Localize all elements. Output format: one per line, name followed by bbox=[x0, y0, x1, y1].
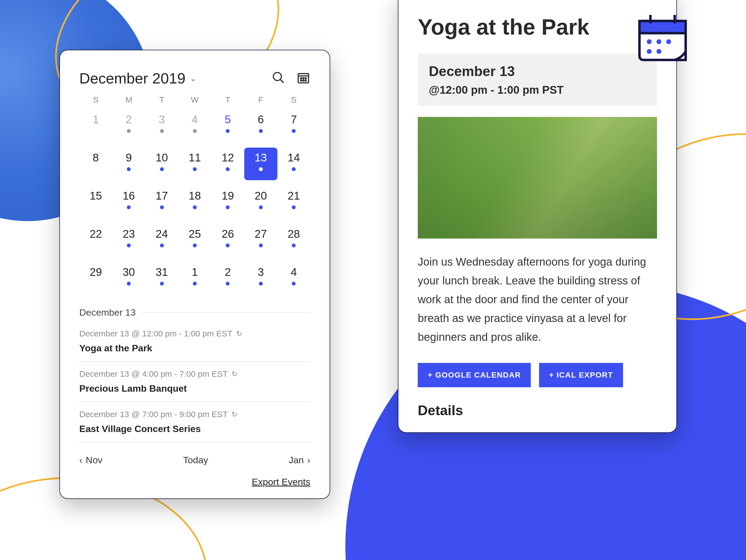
calendar-day[interactable]: 30 bbox=[112, 262, 145, 295]
calendar-day[interactable]: 1 bbox=[79, 109, 112, 142]
svg-point-9 bbox=[305, 80, 306, 81]
svg-point-15 bbox=[657, 39, 661, 44]
event-dot bbox=[226, 244, 230, 247]
calendar-day[interactable]: 11 bbox=[178, 148, 211, 180]
month-picker[interactable]: December 2019 ⌄ bbox=[79, 69, 196, 87]
today-link[interactable]: Today bbox=[183, 455, 208, 466]
event-dot bbox=[160, 282, 164, 285]
calendar-day[interactable]: 31 bbox=[145, 262, 178, 295]
ical-export-button[interactable]: + ICAL EXPORT bbox=[539, 363, 623, 387]
calendar-day[interactable]: 9 bbox=[112, 148, 145, 180]
event-dot bbox=[127, 244, 131, 247]
day-number: 30 bbox=[123, 266, 135, 278]
google-calendar-button[interactable]: + GOOGLE CALENDAR bbox=[418, 363, 531, 387]
event-item[interactable]: December 13 @ 7:00 pm - 9:00 pm EST↻East… bbox=[79, 402, 310, 442]
event-dot bbox=[193, 244, 197, 247]
calendar-day[interactable]: 2 bbox=[211, 262, 244, 295]
calendar-day[interactable]: 23 bbox=[112, 224, 145, 256]
calendar-day[interactable]: 27 bbox=[244, 224, 277, 256]
next-month-label: Jan bbox=[289, 455, 304, 466]
weekday-header: SMTWTFS bbox=[79, 95, 310, 105]
calendar-day[interactable]: 24 bbox=[145, 224, 178, 256]
calendar-day[interactable]: 18 bbox=[178, 186, 211, 218]
calendar-day[interactable]: 6 bbox=[244, 109, 277, 142]
day-number: 11 bbox=[189, 151, 201, 164]
calendar-day[interactable]: 10 bbox=[145, 148, 178, 180]
calendar-day[interactable]: 15 bbox=[79, 186, 112, 218]
repeat-icon: ↻ bbox=[236, 330, 242, 338]
next-month[interactable]: Jan › bbox=[289, 455, 310, 466]
today-button[interactable] bbox=[296, 71, 310, 86]
calendar-day[interactable]: 29 bbox=[79, 262, 112, 295]
svg-point-8 bbox=[303, 80, 304, 81]
day-number: 31 bbox=[155, 266, 168, 278]
calendar-day[interactable]: 26 bbox=[211, 224, 244, 256]
calendar-day[interactable]: 21 bbox=[278, 186, 310, 218]
day-number: 4 bbox=[291, 266, 297, 278]
event-dot bbox=[292, 282, 296, 285]
calendar-day[interactable]: 17 bbox=[145, 186, 178, 218]
repeat-icon: ↻ bbox=[232, 410, 238, 419]
calendar-day[interactable]: 28 bbox=[278, 224, 310, 256]
day-number: 14 bbox=[288, 151, 300, 164]
day-number: 18 bbox=[189, 190, 201, 202]
event-dot bbox=[259, 205, 263, 209]
event-dot bbox=[193, 205, 197, 209]
weekday-label: S bbox=[278, 95, 310, 105]
prev-month[interactable]: ‹ Nov bbox=[79, 455, 103, 466]
chevron-right-icon: › bbox=[307, 455, 310, 466]
day-number: 8 bbox=[93, 151, 99, 164]
event-dot bbox=[226, 129, 230, 133]
divider bbox=[141, 312, 310, 313]
prev-month-label: Nov bbox=[86, 455, 102, 466]
calendar-day[interactable]: 8 bbox=[79, 148, 112, 180]
day-number: 4 bbox=[192, 113, 198, 126]
calendar-day[interactable]: 13 bbox=[244, 148, 277, 180]
event-dot bbox=[127, 167, 131, 171]
calendar-day[interactable]: 3 bbox=[145, 109, 178, 142]
calendar-day[interactable]: 3 bbox=[244, 262, 277, 295]
repeat-icon: ↻ bbox=[232, 370, 238, 379]
calendar-doodle-icon bbox=[632, 9, 693, 71]
calendar-grid: 1234567891011121314151617181920212223242… bbox=[79, 109, 310, 295]
day-number: 19 bbox=[222, 190, 234, 202]
calendar-day[interactable]: 4 bbox=[278, 262, 310, 295]
event-dot bbox=[259, 282, 263, 285]
event-item[interactable]: December 13 @ 12:00 pm - 1:00 pm EST↻Yog… bbox=[79, 321, 310, 362]
event-dot bbox=[226, 167, 230, 171]
day-number: 2 bbox=[225, 266, 231, 278]
svg-point-4 bbox=[300, 78, 302, 79]
day-number: 10 bbox=[155, 151, 168, 164]
calendar-day[interactable]: 2 bbox=[112, 109, 145, 142]
day-number: 3 bbox=[258, 266, 264, 278]
event-item[interactable]: December 13 @ 4:00 pm - 7:00 pm EST↻Prec… bbox=[79, 362, 310, 402]
day-number: 22 bbox=[89, 228, 102, 240]
day-number: 1 bbox=[192, 266, 198, 278]
weekday-label: S bbox=[79, 95, 112, 105]
calendar-day[interactable]: 25 bbox=[178, 224, 211, 256]
calendar-day[interactable]: 19 bbox=[211, 186, 244, 218]
event-dot bbox=[160, 244, 164, 247]
day-number: 2 bbox=[126, 113, 132, 126]
calendar-day[interactable]: 22 bbox=[79, 224, 112, 256]
day-number: 5 bbox=[225, 113, 231, 126]
event-list: December 13 December 13 @ 12:00 pm - 1:0… bbox=[79, 307, 310, 442]
event-dot bbox=[193, 129, 197, 133]
export-events-link[interactable]: Export Events bbox=[79, 477, 310, 487]
calendar-day[interactable]: 1 bbox=[178, 262, 211, 295]
event-detail-card: Yoga at the Park December 13 @12:00 pm -… bbox=[398, 0, 677, 433]
day-number: 7 bbox=[291, 113, 297, 126]
calendar-day[interactable]: 14 bbox=[278, 148, 310, 180]
chevron-left-icon: ‹ bbox=[79, 455, 82, 466]
calendar-day[interactable]: 20 bbox=[244, 186, 277, 218]
calendar-day[interactable]: 5 bbox=[211, 109, 244, 142]
calendar-day[interactable]: 16 bbox=[112, 186, 145, 218]
calendar-day[interactable]: 4 bbox=[178, 109, 211, 142]
event-dot bbox=[226, 205, 230, 209]
event-time-label: December 13 @ 12:00 pm - 1:00 pm EST bbox=[79, 329, 232, 338]
calendar-day[interactable]: 12 bbox=[211, 148, 244, 180]
svg-line-1 bbox=[280, 79, 284, 83]
calendar-day[interactable]: 7 bbox=[278, 109, 310, 142]
search-button[interactable] bbox=[271, 71, 285, 86]
event-dot bbox=[127, 205, 131, 209]
